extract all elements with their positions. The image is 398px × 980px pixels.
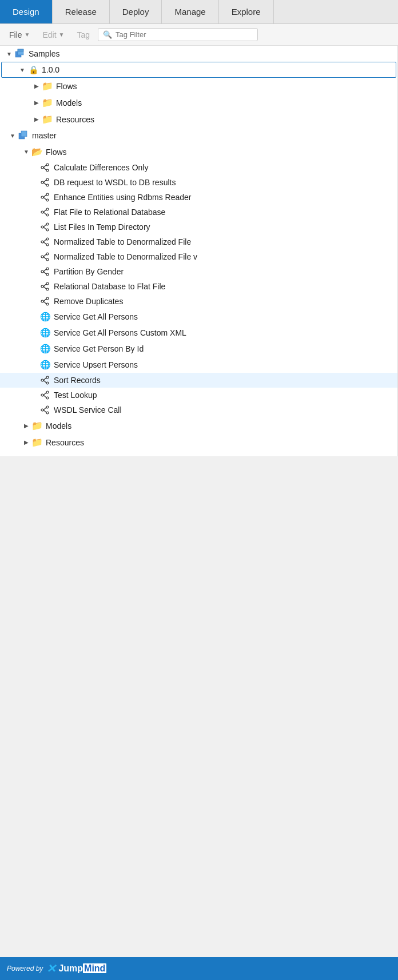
tab-deploy[interactable]: Deploy xyxy=(110,0,162,23)
flow-icon-16 xyxy=(39,405,51,415)
tag-button[interactable]: Tag xyxy=(73,28,95,42)
svg-line-58 xyxy=(43,378,46,381)
svg-point-32 xyxy=(41,241,43,243)
master-resources-label: Resources xyxy=(46,438,84,447)
flow-item-6[interactable]: Normalized Table to Denormalized File v xyxy=(0,249,397,264)
svg-point-35 xyxy=(46,253,49,255)
flow-item-16[interactable]: WSDL Service Call xyxy=(0,403,397,417)
flow-icon-5 xyxy=(39,237,51,246)
powered-by-text: Powered by xyxy=(7,965,43,973)
flow-item-15[interactable]: Test Lookup xyxy=(0,388,397,403)
samples-label: Samples xyxy=(29,49,59,58)
version-label: 1.0.0 xyxy=(42,65,59,74)
svg-point-36 xyxy=(46,258,49,261)
flow-item-8[interactable]: Relational Database to Flat File xyxy=(0,279,397,294)
svg-line-69 xyxy=(43,410,46,413)
tree-master[interactable]: ▼ master xyxy=(0,128,397,144)
top-nav: Design Release Deploy Manage Explore xyxy=(0,0,398,24)
tree-area: ▼ Samples ▼ 🔒 1.0.0 ▶ 📁 Flows xyxy=(0,46,398,456)
flow-item-12[interactable]: 🌐 Service Get Person By Id xyxy=(0,341,397,357)
flow-item-13[interactable]: 🌐 Service Upsert Persons xyxy=(0,357,397,373)
file-menu-button[interactable]: File ▼ xyxy=(5,28,34,42)
tag-filter-container: 🔍 xyxy=(98,28,258,41)
svg-point-16 xyxy=(46,199,49,201)
flow-label-2: Enhance Entities using Rdbms Reader xyxy=(54,193,191,202)
svg-point-51 xyxy=(46,303,49,305)
tree-master-flows[interactable]: ▼ 📂 Flows xyxy=(0,144,397,160)
svg-line-63 xyxy=(43,393,46,396)
flow-item-10[interactable]: 🌐 Service Get All Persons xyxy=(0,309,397,325)
master-resources-arrow-icon: ▶ xyxy=(22,439,31,445)
svg-point-17 xyxy=(41,196,43,198)
edit-menu-button[interactable]: Edit ▼ xyxy=(38,28,69,42)
tree-version-resources[interactable]: ▶ 📁 Resources xyxy=(0,111,397,128)
tree-version-1.0.0[interactable]: ▼ 🔒 1.0.0 xyxy=(1,62,396,78)
tab-explore[interactable]: Explore xyxy=(219,0,274,23)
svg-point-11 xyxy=(46,184,49,186)
flow-item-14[interactable]: Sort Records xyxy=(0,373,397,388)
version-flows-label: Flows xyxy=(56,82,77,91)
tree-version-models[interactable]: ▶ 📁 Models xyxy=(0,94,397,111)
page-body: Design Release Deploy Manage Explore Fil… xyxy=(0,0,398,456)
version-flows-arrow-icon: ▶ xyxy=(32,83,41,89)
flow-item-9[interactable]: Remove Duplicates xyxy=(0,294,397,309)
master-flows-folder-icon: 📂 xyxy=(31,146,43,157)
svg-line-53 xyxy=(43,299,46,302)
svg-point-45 xyxy=(46,282,49,285)
flow-item-2[interactable]: Enhance Entities using Rdbms Reader xyxy=(0,190,397,205)
jumpmind-x-icon: ✕ xyxy=(46,962,56,975)
flow-icon-2 xyxy=(39,193,51,202)
flow-icon-6 xyxy=(39,252,51,261)
flow-item-0[interactable]: Calculate Differences Only xyxy=(0,160,397,175)
tree-root-samples[interactable]: ▼ Samples xyxy=(0,46,397,62)
svg-point-41 xyxy=(46,273,49,276)
svg-point-22 xyxy=(41,211,43,213)
flow-item-7[interactable]: Partition By Gender xyxy=(0,264,397,279)
flow-item-5[interactable]: Normalized Table to Denormalized File xyxy=(0,234,397,249)
tab-release[interactable]: Release xyxy=(53,0,110,23)
tag-filter-input[interactable] xyxy=(116,30,253,39)
svg-line-44 xyxy=(43,272,46,274)
svg-line-8 xyxy=(43,165,46,168)
version-resources-arrow-icon: ▶ xyxy=(32,116,41,122)
globe-icon-11: 🌐 xyxy=(39,328,51,338)
flow-item-4[interactable]: List Files In Temp Directory xyxy=(0,220,397,234)
flow-label-9: Remove Duplicates xyxy=(54,297,123,306)
svg-line-68 xyxy=(43,408,46,411)
tree-version-flows[interactable]: ▶ 📁 Flows xyxy=(0,78,397,94)
flow-label-8: Relational Database to Flat File xyxy=(54,282,165,291)
svg-point-10 xyxy=(46,178,49,181)
master-models-folder-icon: 📁 xyxy=(31,420,43,431)
flow-label-0: Calculate Differences Only xyxy=(54,163,148,172)
svg-line-39 xyxy=(43,257,46,260)
svg-point-5 xyxy=(46,164,49,166)
svg-point-40 xyxy=(46,268,49,270)
tree-master-resources[interactable]: ▶ 📁 Resources xyxy=(0,434,397,451)
svg-rect-4 xyxy=(21,131,27,137)
flow-item-11[interactable]: 🌐 Service Get All Persons Custom XML xyxy=(0,325,397,341)
svg-line-43 xyxy=(43,269,46,272)
flow-label-7: Partition By Gender xyxy=(54,267,124,276)
flow-label-4: List Files In Temp Directory xyxy=(54,222,150,232)
flow-icon-9 xyxy=(39,297,51,306)
svg-line-49 xyxy=(43,286,46,289)
flow-label-3: Flat File to Relational Database xyxy=(54,208,165,217)
tab-design[interactable]: Design xyxy=(0,0,53,23)
svg-point-55 xyxy=(46,376,49,379)
tab-manage[interactable]: Manage xyxy=(162,0,218,23)
svg-line-13 xyxy=(43,180,46,183)
svg-line-54 xyxy=(43,301,46,304)
search-icon: 🔍 xyxy=(103,30,112,39)
flow-item-1[interactable]: DB request to WSDL to DB results xyxy=(0,175,397,190)
svg-point-50 xyxy=(46,297,49,300)
master-flows-arrow-icon: ▼ xyxy=(22,149,31,155)
svg-line-64 xyxy=(43,395,46,398)
flow-icon-4 xyxy=(39,222,51,232)
tree-master-models[interactable]: ▶ 📁 Models xyxy=(0,417,397,434)
samples-cube-icon xyxy=(14,49,26,59)
svg-point-6 xyxy=(46,169,49,172)
footer-logo: ✕ JumpMind xyxy=(46,962,106,975)
svg-line-14 xyxy=(43,182,46,185)
flow-item-3[interactable]: Flat File to Relational Database xyxy=(0,205,397,220)
flow-icon-1 xyxy=(39,178,51,187)
